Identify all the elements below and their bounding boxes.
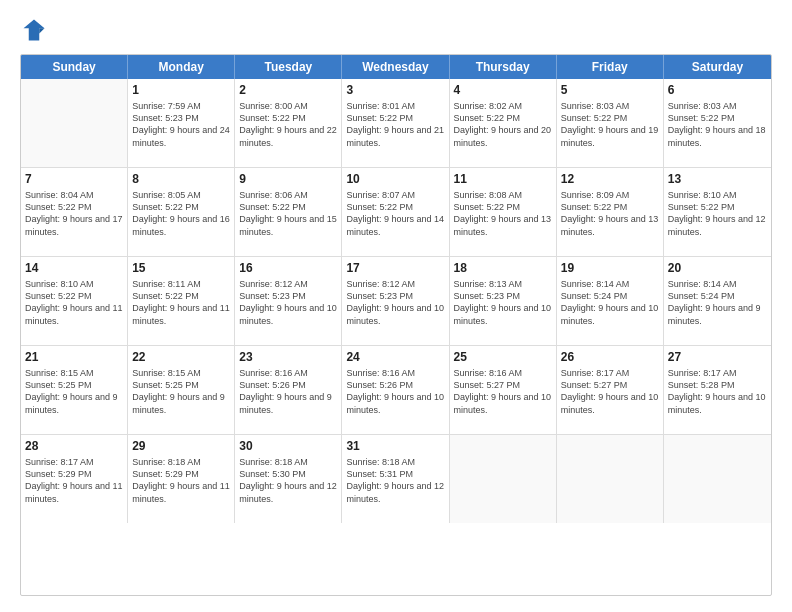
header-day-monday: Monday (128, 55, 235, 79)
day-number: 23 (239, 349, 337, 365)
day-number: 20 (668, 260, 767, 276)
day-number: 21 (25, 349, 123, 365)
day-number: 16 (239, 260, 337, 276)
cell-info: Sunrise: 8:11 AMSunset: 5:22 PMDaylight:… (132, 278, 230, 327)
day-number: 27 (668, 349, 767, 365)
cell-info: Sunrise: 8:01 AMSunset: 5:22 PMDaylight:… (346, 100, 444, 149)
day-number: 15 (132, 260, 230, 276)
table-row: 24Sunrise: 8:16 AMSunset: 5:26 PMDayligh… (342, 346, 449, 434)
table-row: 6Sunrise: 8:03 AMSunset: 5:22 PMDaylight… (664, 79, 771, 167)
cell-info: Sunrise: 8:00 AMSunset: 5:22 PMDaylight:… (239, 100, 337, 149)
day-number: 13 (668, 171, 767, 187)
cell-info: Sunrise: 7:59 AMSunset: 5:23 PMDaylight:… (132, 100, 230, 149)
table-row: 2Sunrise: 8:00 AMSunset: 5:22 PMDaylight… (235, 79, 342, 167)
table-row: 18Sunrise: 8:13 AMSunset: 5:23 PMDayligh… (450, 257, 557, 345)
day-number: 12 (561, 171, 659, 187)
table-row (557, 435, 664, 523)
calendar-week-1: 1Sunrise: 7:59 AMSunset: 5:23 PMDaylight… (21, 79, 771, 168)
table-row: 15Sunrise: 8:11 AMSunset: 5:22 PMDayligh… (128, 257, 235, 345)
table-row: 11Sunrise: 8:08 AMSunset: 5:22 PMDayligh… (450, 168, 557, 256)
table-row: 21Sunrise: 8:15 AMSunset: 5:25 PMDayligh… (21, 346, 128, 434)
table-row: 22Sunrise: 8:15 AMSunset: 5:25 PMDayligh… (128, 346, 235, 434)
table-row: 17Sunrise: 8:12 AMSunset: 5:23 PMDayligh… (342, 257, 449, 345)
calendar-header: SundayMondayTuesdayWednesdayThursdayFrid… (21, 55, 771, 79)
table-row: 14Sunrise: 8:10 AMSunset: 5:22 PMDayligh… (21, 257, 128, 345)
cell-info: Sunrise: 8:12 AMSunset: 5:23 PMDaylight:… (239, 278, 337, 327)
calendar-week-2: 7Sunrise: 8:04 AMSunset: 5:22 PMDaylight… (21, 168, 771, 257)
table-row: 29Sunrise: 8:18 AMSunset: 5:29 PMDayligh… (128, 435, 235, 523)
day-number: 9 (239, 171, 337, 187)
cell-info: Sunrise: 8:06 AMSunset: 5:22 PMDaylight:… (239, 189, 337, 238)
table-row: 12Sunrise: 8:09 AMSunset: 5:22 PMDayligh… (557, 168, 664, 256)
table-row: 19Sunrise: 8:14 AMSunset: 5:24 PMDayligh… (557, 257, 664, 345)
header-day-friday: Friday (557, 55, 664, 79)
day-number: 5 (561, 82, 659, 98)
day-number: 29 (132, 438, 230, 454)
svg-marker-1 (39, 28, 44, 33)
table-row (21, 79, 128, 167)
day-number: 7 (25, 171, 123, 187)
table-row: 16Sunrise: 8:12 AMSunset: 5:23 PMDayligh… (235, 257, 342, 345)
page: SundayMondayTuesdayWednesdayThursdayFrid… (0, 0, 792, 612)
cell-info: Sunrise: 8:18 AMSunset: 5:31 PMDaylight:… (346, 456, 444, 505)
table-row: 10Sunrise: 8:07 AMSunset: 5:22 PMDayligh… (342, 168, 449, 256)
cell-info: Sunrise: 8:18 AMSunset: 5:29 PMDaylight:… (132, 456, 230, 505)
calendar-week-4: 21Sunrise: 8:15 AMSunset: 5:25 PMDayligh… (21, 346, 771, 435)
cell-info: Sunrise: 8:14 AMSunset: 5:24 PMDaylight:… (561, 278, 659, 327)
day-number: 30 (239, 438, 337, 454)
cell-info: Sunrise: 8:09 AMSunset: 5:22 PMDaylight:… (561, 189, 659, 238)
cell-info: Sunrise: 8:10 AMSunset: 5:22 PMDaylight:… (668, 189, 767, 238)
table-row: 1Sunrise: 7:59 AMSunset: 5:23 PMDaylight… (128, 79, 235, 167)
calendar: SundayMondayTuesdayWednesdayThursdayFrid… (20, 54, 772, 596)
cell-info: Sunrise: 8:12 AMSunset: 5:23 PMDaylight:… (346, 278, 444, 327)
day-number: 10 (346, 171, 444, 187)
table-row: 7Sunrise: 8:04 AMSunset: 5:22 PMDaylight… (21, 168, 128, 256)
day-number: 2 (239, 82, 337, 98)
cell-info: Sunrise: 8:15 AMSunset: 5:25 PMDaylight:… (132, 367, 230, 416)
table-row: 13Sunrise: 8:10 AMSunset: 5:22 PMDayligh… (664, 168, 771, 256)
cell-info: Sunrise: 8:05 AMSunset: 5:22 PMDaylight:… (132, 189, 230, 238)
day-number: 22 (132, 349, 230, 365)
table-row (664, 435, 771, 523)
day-number: 8 (132, 171, 230, 187)
table-row: 30Sunrise: 8:18 AMSunset: 5:30 PMDayligh… (235, 435, 342, 523)
table-row: 4Sunrise: 8:02 AMSunset: 5:22 PMDaylight… (450, 79, 557, 167)
calendar-body: 1Sunrise: 7:59 AMSunset: 5:23 PMDaylight… (21, 79, 771, 523)
cell-info: Sunrise: 8:17 AMSunset: 5:29 PMDaylight:… (25, 456, 123, 505)
logo (20, 16, 52, 44)
day-number: 26 (561, 349, 659, 365)
table-row: 20Sunrise: 8:14 AMSunset: 5:24 PMDayligh… (664, 257, 771, 345)
table-row: 23Sunrise: 8:16 AMSunset: 5:26 PMDayligh… (235, 346, 342, 434)
cell-info: Sunrise: 8:13 AMSunset: 5:23 PMDaylight:… (454, 278, 552, 327)
day-number: 14 (25, 260, 123, 276)
cell-info: Sunrise: 8:16 AMSunset: 5:26 PMDaylight:… (239, 367, 337, 416)
table-row: 31Sunrise: 8:18 AMSunset: 5:31 PMDayligh… (342, 435, 449, 523)
cell-info: Sunrise: 8:04 AMSunset: 5:22 PMDaylight:… (25, 189, 123, 238)
calendar-week-3: 14Sunrise: 8:10 AMSunset: 5:22 PMDayligh… (21, 257, 771, 346)
day-number: 19 (561, 260, 659, 276)
header-day-saturday: Saturday (664, 55, 771, 79)
cell-info: Sunrise: 8:17 AMSunset: 5:27 PMDaylight:… (561, 367, 659, 416)
header-day-thursday: Thursday (450, 55, 557, 79)
cell-info: Sunrise: 8:07 AMSunset: 5:22 PMDaylight:… (346, 189, 444, 238)
header-day-wednesday: Wednesday (342, 55, 449, 79)
header-day-sunday: Sunday (21, 55, 128, 79)
cell-info: Sunrise: 8:03 AMSunset: 5:22 PMDaylight:… (668, 100, 767, 149)
day-number: 28 (25, 438, 123, 454)
calendar-week-5: 28Sunrise: 8:17 AMSunset: 5:29 PMDayligh… (21, 435, 771, 523)
cell-info: Sunrise: 8:02 AMSunset: 5:22 PMDaylight:… (454, 100, 552, 149)
cell-info: Sunrise: 8:16 AMSunset: 5:27 PMDaylight:… (454, 367, 552, 416)
day-number: 24 (346, 349, 444, 365)
day-number: 3 (346, 82, 444, 98)
day-number: 18 (454, 260, 552, 276)
logo-icon (20, 16, 48, 44)
day-number: 6 (668, 82, 767, 98)
day-number: 17 (346, 260, 444, 276)
cell-info: Sunrise: 8:03 AMSunset: 5:22 PMDaylight:… (561, 100, 659, 149)
day-number: 1 (132, 82, 230, 98)
day-number: 11 (454, 171, 552, 187)
day-number: 31 (346, 438, 444, 454)
cell-info: Sunrise: 8:08 AMSunset: 5:22 PMDaylight:… (454, 189, 552, 238)
table-row: 26Sunrise: 8:17 AMSunset: 5:27 PMDayligh… (557, 346, 664, 434)
table-row: 5Sunrise: 8:03 AMSunset: 5:22 PMDaylight… (557, 79, 664, 167)
